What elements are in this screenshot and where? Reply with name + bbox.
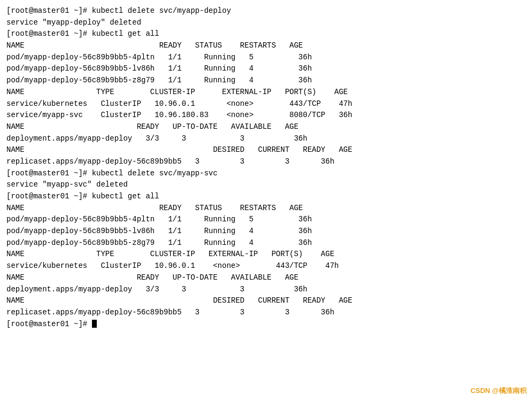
terminal-line: deployment.apps/myapp-deploy 3/3 3 3 36h — [6, 133, 526, 145]
terminal-line: replicaset.apps/myapp-deploy-56c89b9bb5 … — [6, 156, 526, 168]
terminal-line: NAME TYPE CLUSTER-IP EXTERNAL-IP PORT(S)… — [6, 87, 526, 98]
terminal-line: [root@master01 ~]# — [6, 319, 526, 330]
terminal-line: service/kubernetes ClusterIP 10.96.0.1 <… — [6, 98, 526, 110]
terminal-line: [root@master01 ~]# kubectl delete svc/my… — [6, 5, 526, 17]
terminal-line: pod/myapp-deploy-56c89b9bb5-4pltn 1/1 Ru… — [6, 214, 526, 226]
terminal-line: NAME READY UP-TO-DATE AVAILABLE AGE — [6, 272, 526, 284]
terminal-content: [root@master01 ~]# kubectl delete svc/my… — [6, 5, 526, 330]
terminal-line: NAME TYPE CLUSTER-IP EXTERNAL-IP PORT(S)… — [6, 249, 526, 260]
terminal-line: NAME READY STATUS RESTARTS AGE — [6, 203, 526, 214]
terminal-line: service "myapp-svc" deleted — [6, 179, 526, 191]
terminal-line: pod/myapp-deploy-56c89b9bb5-4pltn 1/1 Ru… — [6, 52, 526, 64]
cursor — [92, 320, 97, 328]
terminal-line: replicaset.apps/myapp-deploy-56c89b9bb5 … — [6, 307, 526, 319]
terminal-line: NAME DESIRED CURRENT READY AGE — [6, 144, 526, 156]
watermark: CSDN @橘淮南积 — [471, 386, 527, 396]
terminal-line: service/kubernetes ClusterIP 10.96.0.1 <… — [6, 260, 526, 272]
terminal-line: [root@master01 ~]# kubectl delete svc/my… — [6, 168, 526, 180]
terminal-window: [root@master01 ~]# kubectl delete svc/my… — [0, 0, 532, 401]
terminal-line: NAME READY STATUS RESTARTS AGE — [6, 40, 526, 52]
terminal-line: pod/myapp-deploy-56c89b9bb5-lv86h 1/1 Ru… — [6, 63, 526, 75]
terminal-line: deployment.apps/myapp-deploy 3/3 3 3 36h — [6, 284, 526, 296]
terminal-line: pod/myapp-deploy-56c89b9bb5-lv86h 1/1 Ru… — [6, 226, 526, 237]
terminal-line: [root@master01 ~]# kubectl get all — [6, 28, 526, 40]
terminal-line: [root@master01 ~]# kubectl get all — [6, 191, 526, 203]
terminal-line: service "myapp-deploy" deleted — [6, 17, 526, 29]
terminal-line: pod/myapp-deploy-56c89b9bb5-z8g79 1/1 Ru… — [6, 237, 526, 249]
terminal-line: service/myapp-svc ClusterIP 10.96.180.83… — [6, 110, 526, 121]
terminal-line: NAME READY UP-TO-DATE AVAILABLE AGE — [6, 121, 526, 133]
terminal-line: pod/myapp-deploy-56c89b9bb5-z8g79 1/1 Ru… — [6, 75, 526, 87]
terminal-line: NAME DESIRED CURRENT READY AGE — [6, 295, 526, 307]
